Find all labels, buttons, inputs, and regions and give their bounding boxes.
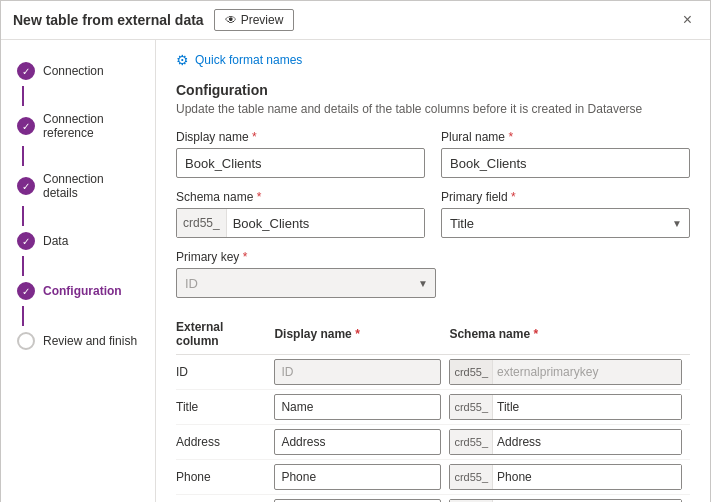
plural-name-input[interactable] xyxy=(441,148,690,178)
table-row: Emailcrd55_ xyxy=(176,495,690,503)
sidebar-label-configuration: Configuration xyxy=(43,284,122,298)
dialog: New table from external data 👁 Preview ×… xyxy=(0,0,711,502)
sidebar-item-connection-details[interactable]: ✓ Connection details xyxy=(13,166,143,206)
display-input-0[interactable] xyxy=(274,359,441,385)
schema-input-1[interactable] xyxy=(493,395,681,419)
schema-name-label: Schema name * xyxy=(176,190,425,204)
schema-input-3[interactable] xyxy=(493,465,681,489)
columns-table: External column Display name * Schema na… xyxy=(176,314,690,502)
dialog-body: ✓ Connection ✓ Connection reference ✓ Co… xyxy=(1,40,710,502)
col-header-schema: Schema name * xyxy=(449,314,690,355)
sidebar-item-connection-reference[interactable]: ✓ Connection reference xyxy=(13,106,143,146)
table-row: Phonecrd55_ xyxy=(176,460,690,495)
primary-field-select[interactable]: Title xyxy=(441,208,690,238)
form-row-primary-key: Primary key * ID ▼ xyxy=(176,250,690,298)
table-row: Titlecrd55_ xyxy=(176,390,690,425)
cell-display-2 xyxy=(274,425,449,460)
step-circle-configuration: ✓ xyxy=(17,282,35,300)
schema-prefix-2: crd55_ xyxy=(450,430,493,454)
sidebar-item-review[interactable]: Review and finish xyxy=(13,326,143,356)
sidebar-label-data: Data xyxy=(43,234,68,248)
primary-key-select-wrapper: ID ▼ xyxy=(176,268,436,298)
sidebar-item-configuration[interactable]: ✓ Configuration xyxy=(13,276,143,306)
cell-display-3 xyxy=(274,460,449,495)
close-button[interactable]: × xyxy=(677,9,698,31)
step-divider-3 xyxy=(22,206,24,226)
schema-input-2[interactable] xyxy=(493,430,681,454)
quick-format-label: Quick format names xyxy=(195,53,302,67)
sidebar-item-data[interactable]: ✓ Data xyxy=(13,226,143,256)
columns-table-section: External column Display name * Schema na… xyxy=(176,314,690,502)
cell-schema-2: crd55_ xyxy=(449,425,690,460)
form-group-primary-field: Primary field * Title ▼ xyxy=(441,190,690,238)
cell-external-0: ID xyxy=(176,355,274,390)
cell-schema-4: crd55_ xyxy=(449,495,690,503)
step-circle-connection-reference: ✓ xyxy=(17,117,35,135)
header-left: New table from external data 👁 Preview xyxy=(13,9,294,31)
required-star-plural: * xyxy=(508,130,513,144)
table-row: Addresscrd55_ xyxy=(176,425,690,460)
step-divider-4 xyxy=(22,256,24,276)
cell-schema-3: crd55_ xyxy=(449,460,690,495)
display-input-2[interactable] xyxy=(274,429,441,455)
preview-button[interactable]: 👁 Preview xyxy=(214,9,295,31)
schema-prefix-1: crd55_ xyxy=(450,395,493,419)
cell-external-2: Address xyxy=(176,425,274,460)
table-header-row: External column Display name * Schema na… xyxy=(176,314,690,355)
form-row-schema: Schema name * crd55_ Primary field * xyxy=(176,190,690,238)
primary-field-label: Primary field * xyxy=(441,190,690,204)
dialog-title: New table from external data xyxy=(13,12,204,28)
main-content: ⚙ Quick format names Configuration Updat… xyxy=(156,40,710,502)
section-description: Update the table name and details of the… xyxy=(176,102,690,116)
preview-icon: 👁 xyxy=(225,13,237,27)
cell-external-1: Title xyxy=(176,390,274,425)
sidebar-label-review: Review and finish xyxy=(43,334,137,348)
cell-display-1 xyxy=(274,390,449,425)
display-input-1[interactable] xyxy=(274,394,441,420)
sidebar-item-connection[interactable]: ✓ Connection xyxy=(13,56,143,86)
cell-schema-1: crd55_ xyxy=(449,390,690,425)
schema-prefix: crd55_ xyxy=(177,209,227,237)
required-star: * xyxy=(252,130,257,144)
columns-tbody: IDcrd55_Titlecrd55_Addresscrd55_Phonecrd… xyxy=(176,355,690,503)
schema-input-0[interactable] xyxy=(493,360,681,384)
step-divider-2 xyxy=(22,146,24,166)
plural-name-label: Plural name * xyxy=(441,130,690,144)
section-title: Configuration xyxy=(176,82,690,98)
primary-field-select-wrapper: Title ▼ xyxy=(441,208,690,238)
quick-format-bar[interactable]: ⚙ Quick format names xyxy=(176,52,690,68)
step-circle-connection: ✓ xyxy=(17,62,35,80)
display-input-3[interactable] xyxy=(274,464,441,490)
col-header-display: Display name * xyxy=(274,314,449,355)
cell-display-0 xyxy=(274,355,449,390)
primary-key-select[interactable]: ID xyxy=(176,268,436,298)
form-group-display-name: Display name * xyxy=(176,130,425,178)
step-circle-connection-details: ✓ xyxy=(17,177,35,195)
step-circle-review xyxy=(17,332,35,350)
step-divider-1 xyxy=(22,86,24,106)
form-group-primary-key: Primary key * ID ▼ xyxy=(176,250,436,298)
table-row: IDcrd55_ xyxy=(176,355,690,390)
preview-label: Preview xyxy=(241,13,284,27)
cell-schema-0: crd55_ xyxy=(449,355,690,390)
display-name-label: Display name * xyxy=(176,130,425,144)
display-name-input[interactable] xyxy=(176,148,425,178)
step-circle-data: ✓ xyxy=(17,232,35,250)
sidebar: ✓ Connection ✓ Connection reference ✓ Co… xyxy=(1,40,156,502)
form-row-names: Display name * Plural name * xyxy=(176,130,690,178)
sidebar-label-connection-reference: Connection reference xyxy=(43,112,139,140)
schema-prefix-3: crd55_ xyxy=(450,465,493,489)
primary-key-label: Primary key * xyxy=(176,250,436,264)
step-divider-5 xyxy=(22,306,24,326)
col-header-external: External column xyxy=(176,314,274,355)
dialog-header: New table from external data 👁 Preview × xyxy=(1,1,710,40)
cell-external-4: Email xyxy=(176,495,274,503)
schema-name-input[interactable] xyxy=(227,209,424,237)
cell-external-3: Phone xyxy=(176,460,274,495)
sidebar-label-connection: Connection xyxy=(43,64,104,78)
cell-display-4 xyxy=(274,495,449,503)
form-group-plural-name: Plural name * xyxy=(441,130,690,178)
form-group-schema-name: Schema name * crd55_ xyxy=(176,190,425,238)
schema-name-input-wrapper: crd55_ xyxy=(176,208,425,238)
sidebar-label-connection-details: Connection details xyxy=(43,172,139,200)
